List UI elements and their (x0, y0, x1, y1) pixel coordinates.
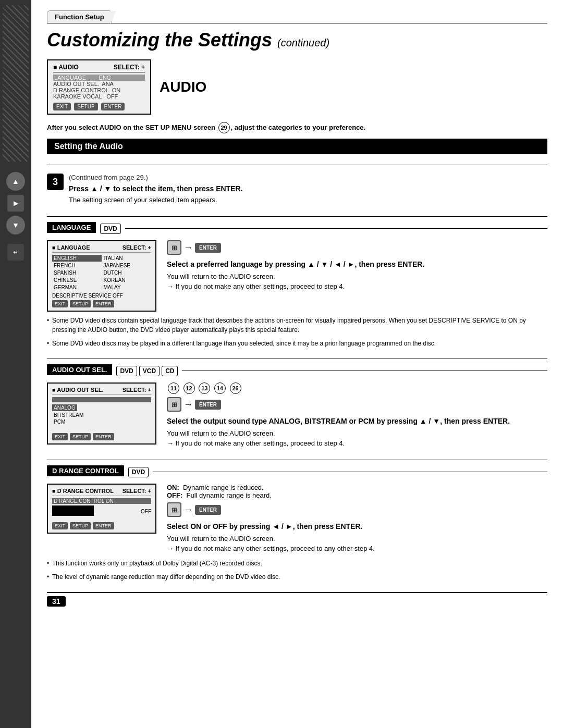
drange-settings-row: ■ D RANGE CONTROL SELECT: + D RANGE CONT… (47, 484, 547, 554)
drs-exit-btn[interactable]: EXIT (52, 522, 68, 529)
audio-out-screen-left: ■ AUDIO OUT SEL. SELECT: + ANALOG BITSTR… (47, 382, 156, 445)
language-category-label: LANGUAGE (47, 222, 96, 233)
drs-select: SELECT: + (123, 488, 151, 494)
aos-title: ■ AUDIO OUT SEL. SELECT: + (52, 387, 151, 395)
language-dvd-badge: DVD (100, 224, 120, 234)
aos-exit-btn[interactable]: EXIT (52, 433, 68, 440)
sidebar: ▲ ▶ ▼ ↵ (0, 0, 31, 728)
section-header: Setting the Audio (47, 139, 547, 154)
ref-11: 11 (168, 382, 179, 394)
audio-out-screen: ■ AUDIO OUT SEL. SELECT: + ANALOG BITSTR… (47, 382, 156, 445)
lang-grid: ENGLISH ITALIAN FRENCH JAPANESE SPANISH … (52, 255, 151, 291)
audio-out-nav-icon[interactable]: ⊞ (167, 397, 181, 412)
up-button[interactable]: ▲ (6, 172, 25, 191)
audio-out-cd-badge: CD (162, 366, 178, 376)
drs-highlight: D RANGE CONTROL ON (52, 498, 151, 504)
aos-enter-btn[interactable]: ENTER (93, 433, 114, 440)
lang-german: GERMAN (52, 284, 102, 291)
sidebar-controls: ▲ ▶ ▼ ↵ (6, 172, 25, 261)
drange-enter[interactable]: ENTER (195, 505, 221, 515)
drange-on-desc: Dynamic range is reduced. (183, 484, 264, 491)
title-text: Customizing the Settings (47, 29, 272, 51)
audio-out-arrow: → (183, 399, 193, 410)
function-tab: Function Setup (47, 10, 112, 23)
audio-out-section: AUDIO OUT SEL. DVD VCD CD ■ AUDIO OUT SE… (47, 359, 547, 449)
title-continued: (continued) (277, 37, 329, 48)
aos-analog: ANALOG (52, 404, 77, 411)
exit-btn[interactable]: EXIT (53, 103, 71, 110)
drange-on-label: ON: (167, 484, 179, 491)
drange-proceed: → If you do not make any other settings,… (167, 545, 547, 552)
audio-out-category-label: AUDIO OUT SEL. (47, 364, 112, 375)
lang-french: FRENCH (52, 262, 102, 269)
ls-desc: DESCRIPTIVE SERVICE OFF (52, 293, 151, 299)
enter-btn[interactable]: ENTER (101, 103, 125, 110)
section-header-text: Setting the Audio (54, 142, 123, 151)
ls-enter-btn[interactable]: ENTER (93, 300, 114, 307)
step3-instruction: Press ▲ / ▼ to select the item, then pre… (69, 184, 547, 193)
ls-title: ■ LANGUAGE SELECT: + (52, 244, 151, 253)
audio-out-refs: 11 12 13 14 26 (167, 382, 547, 394)
ls-setup-btn[interactable]: SETUP (70, 300, 91, 307)
aos-buttons: EXIT SETUP ENTER (52, 433, 151, 440)
drange-arrow: → (183, 504, 193, 515)
audio-out-dvd-badge: DVD (116, 366, 137, 376)
ls-exit-btn[interactable]: EXIT (52, 300, 68, 307)
language-proceed-text: → If you do not make any other settings,… (167, 282, 345, 290)
separator-top (47, 165, 547, 165)
drs-bar (52, 505, 94, 516)
page-number: 31 (52, 597, 60, 606)
language-select-instruction: Select a preferred language by pressing … (167, 260, 547, 268)
language-ctrl-row: ⊞ → ENTER (167, 240, 547, 255)
menu-item-audio-out: AUDIO OUT SEL. ANA (53, 81, 145, 87)
menu-item-karaoke: KARAOKE VOCAL OFF (53, 93, 145, 100)
drange-nav-icon[interactable]: ⊞ (167, 502, 181, 517)
lang-italian: ITALIAN (102, 255, 152, 262)
language-proceed: → If you do not make any other settings,… (167, 282, 547, 290)
language-screen-left: ■ LANGUAGE SELECT: + ENGLISH ITALIAN FRE… (47, 240, 156, 312)
aos-setup-btn[interactable]: SETUP (70, 433, 91, 440)
audio-out-vcd-badge: VCD (139, 366, 160, 376)
ls-select: SELECT: + (123, 244, 151, 251)
aos-pcm: PCM (52, 419, 151, 425)
down-button[interactable]: ▼ (6, 216, 25, 235)
enter-button[interactable]: ↵ (7, 244, 24, 261)
drs-bar-row: OFF (52, 505, 151, 517)
audio-out-return: You will return to the AUDIO screen. (167, 429, 547, 437)
drange-return: You will return to the AUDIO screen. (167, 535, 547, 542)
ref-13: 13 (199, 382, 210, 394)
step3-row: 3 (Continued from page 29.) Press ▲ / ▼ … (47, 174, 547, 211)
menu-item-drange: D RANGE CONTROL ON (53, 87, 145, 93)
step3-content: (Continued from page 29.) Press ▲ / ▼ to… (69, 174, 547, 211)
drange-dvd-badge: DVD (128, 467, 149, 477)
menu-select-label: SELECT: + (114, 64, 145, 71)
select-button[interactable]: ▶ (7, 195, 24, 212)
lang-spanish: SPANISH (52, 269, 102, 276)
page-title: Customizing the Settings (continued) (47, 23, 547, 51)
nav-icon[interactable]: ⊞ (167, 240, 181, 255)
audio-out-settings-right: 11 12 13 14 26 ⊞ → ENTER Select the outp… (167, 382, 547, 449)
lang-chinese: CHINESE (52, 277, 102, 283)
lang-japanese: JAPANESE (102, 262, 152, 269)
drs-setup-btn[interactable]: SETUP (70, 522, 91, 529)
audio-menu-screen: ■ AUDIO SELECT: + LANGUAGE ENG AUDIO OUT… (47, 59, 151, 115)
drange-note1: This function works only on playback of … (47, 559, 547, 568)
audio-out-select-instruction: Select the output sound type ANALOG, BIT… (167, 417, 547, 425)
enter-ctrl[interactable]: ENTER (195, 243, 221, 253)
drange-category-label: D RANGE CONTROL (47, 465, 124, 476)
audio-label: AUDIO (160, 79, 206, 95)
ls-buttons: EXIT SETUP ENTER (52, 300, 151, 307)
menu-audio-label: ■ AUDIO (53, 64, 79, 71)
audio-out-enter[interactable]: ENTER (195, 400, 221, 410)
language-settings-right: ⊞ → ENTER Select a preferred language by… (167, 240, 547, 292)
drange-section: D RANGE CONTROL DVD ■ D RANGE CONTROL SE… (47, 460, 547, 582)
page-number-bar: 31 (47, 592, 547, 607)
setup-btn[interactable]: SETUP (74, 103, 97, 110)
menu-item-language: LANGUAGE ENG (53, 75, 145, 81)
drange-select-instruction: Select ON or OFF by pressing ◄ / ►, then… (167, 522, 547, 530)
language-label-text: LANGUAGE (52, 224, 91, 231)
audio-menu-preview: ■ AUDIO SELECT: + LANGUAGE ENG AUDIO OUT… (47, 59, 547, 115)
step3-description: The setting screen of your selected item… (69, 196, 547, 204)
drs-enter-btn[interactable]: ENTER (93, 522, 114, 529)
lang-english: ENGLISH (52, 255, 102, 262)
